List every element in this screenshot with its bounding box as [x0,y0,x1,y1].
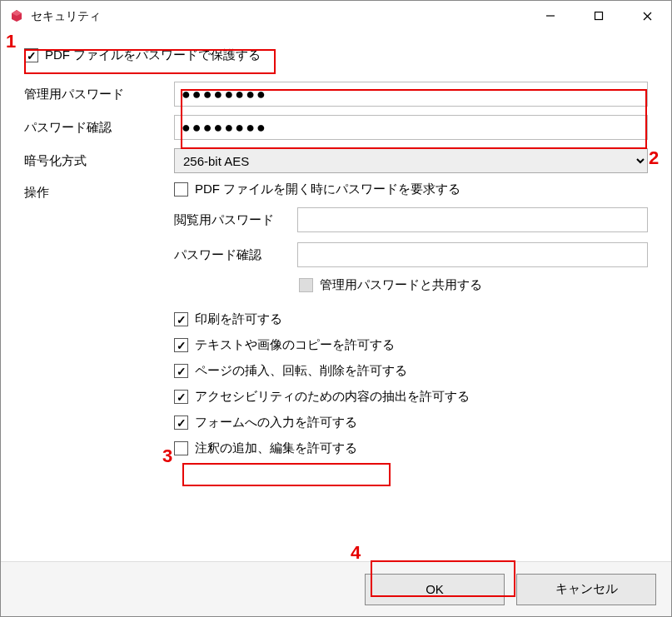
svg-rect-3 [595,12,603,20]
svg-line-4 [644,12,651,20]
require-open-password-row: PDF ファイルを開く時にパスワードを要求する [174,182,648,197]
share-admin-label: 管理用パスワードと共用する [320,277,482,293]
window-title: セキュリティ [31,7,526,24]
app-icon [9,8,24,23]
allow-accessibility-checkbox[interactable] [174,390,188,404]
allow-form-row: フォームへの入力を許可する [174,415,648,430]
allow-annotations-checkbox[interactable] [174,441,188,455]
allow-copy-row: テキストや画像のコピーを許可する [174,337,648,353]
titlebar: セキュリティ [1,1,671,31]
security-dialog: セキュリティ PDF ファイルをパスワードで保護する 管理用パスワード パスワー… [0,0,672,617]
dialog-footer: OK キャンセル [1,561,671,616]
view-confirm-input[interactable] [297,242,648,267]
view-password-label: 閲覧用パスワード [174,212,291,228]
allow-copy-label: テキストや画像のコピーを許可する [195,337,395,353]
cancel-button[interactable]: キャンセル [516,574,656,605]
encryption-label: 暗号化方式 [24,153,174,169]
allow-pages-row: ページの挿入、回転、削除を許可する [174,363,648,379]
allow-accessibility-label: アクセシビリティのための内容の抽出を許可する [195,389,470,405]
view-confirm-row: パスワード確認 [174,242,648,267]
share-admin-row: 管理用パスワードと共用する [299,277,648,293]
allow-accessibility-row: アクセシビリティのための内容の抽出を許可する [174,389,648,405]
confirm-password-label: パスワード確認 [24,120,174,136]
admin-password-input[interactable] [174,82,648,107]
allow-annotations-label: 注釈の追加、編集を許可する [195,440,357,456]
allow-form-checkbox[interactable] [174,415,188,430]
protect-pdf-label: PDF ファイルをパスワードで保護する [45,47,261,63]
allow-pages-label: ページの挿入、回転、削除を許可する [195,363,407,379]
allow-form-label: フォームへの入力を許可する [195,415,357,430]
require-open-password-checkbox[interactable] [174,182,188,197]
close-button[interactable] [623,1,671,31]
require-open-password-label: PDF ファイルを開く時にパスワードを要求する [195,182,460,197]
dialog-body: PDF ファイルをパスワードで保護する 管理用パスワード パスワード確認 暗号化… [1,31,671,561]
share-admin-checkbox [299,278,313,292]
view-confirm-label: パスワード確認 [174,247,291,263]
allow-copy-checkbox[interactable] [174,338,188,352]
allow-annotations-row: 注釈の追加、編集を許可する [174,440,648,456]
minimize-button[interactable] [526,1,575,31]
confirm-password-row: パスワード確認 [24,115,648,140]
admin-password-label: 管理用パスワード [24,87,174,102]
encryption-select[interactable]: 256-bit AES [174,148,648,173]
protect-pdf-checkbox[interactable] [24,48,38,62]
maximize-button[interactable] [575,1,623,31]
view-password-input[interactable] [297,207,648,232]
allow-print-row: 印刷を許可する [174,311,648,327]
view-password-row: 閲覧用パスワード [174,207,648,232]
operations-row: 操作 PDF ファイルを開く時にパスワードを要求する 閲覧用パスワード パスワー… [24,182,648,466]
svg-line-5 [644,12,651,20]
encryption-row: 暗号化方式 256-bit AES [24,148,648,173]
confirm-password-input[interactable] [174,115,648,140]
allow-print-checkbox[interactable] [174,312,188,326]
allow-pages-checkbox[interactable] [174,364,188,378]
ok-button[interactable]: OK [365,574,505,605]
operations-label: 操作 [24,182,174,201]
protect-pdf-row: PDF ファイルをパスワードで保護する [24,47,648,63]
allow-print-label: 印刷を許可する [195,311,282,327]
admin-password-row: 管理用パスワード [24,82,648,107]
